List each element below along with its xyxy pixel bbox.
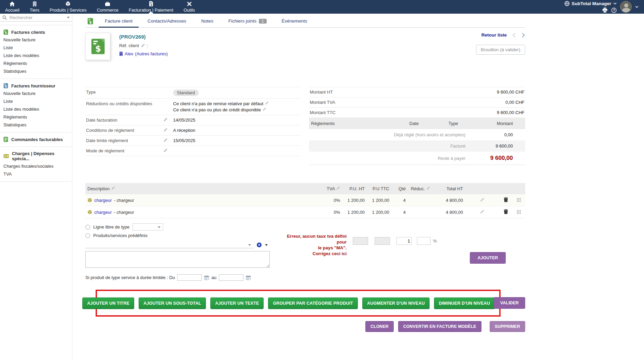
add-product-plus-icon[interactable] <box>256 242 262 248</box>
col-total-ht: Total HT <box>432 183 465 194</box>
help-icon[interactable]: ? <box>611 8 617 13</box>
nav-outils[interactable]: Outils <box>179 0 200 14</box>
billed-label: Facturé <box>309 140 473 152</box>
sidebar-section-factures-clients[interactable]: $ Factures clients <box>0 28 72 36</box>
sidebar-item[interactable]: Règlements <box>0 59 72 67</box>
topnav-right: SubTotal Manager ? <box>564 0 644 14</box>
delete-line-icon[interactable] <box>504 209 508 214</box>
sidebar-section-factures-fournisseur[interactable]: $ Factures fournisseur <box>0 82 72 89</box>
calendar-icon[interactable] <box>246 275 251 280</box>
qty-input[interactable] <box>396 237 412 245</box>
search-input[interactable] <box>9 15 65 20</box>
edit-date-limite-icon[interactable] <box>163 138 168 142</box>
edit-mode-icon[interactable] <box>163 148 168 153</box>
edit-conditions-icon[interactable] <box>163 128 168 132</box>
tva-input[interactable] <box>353 237 368 245</box>
ajouter-titre-button[interactable]: AJOUTER UN TITRE <box>82 297 134 309</box>
print-icon[interactable] <box>602 8 608 13</box>
edit-line-icon[interactable] <box>480 209 485 214</box>
nav-accueil[interactable]: Accueil <box>0 0 25 14</box>
avatar-chevron-down-icon[interactable] <box>635 6 639 8</box>
date-from-input[interactable] <box>177 274 202 281</box>
sidebar-section-charges[interactable]: Charges | Dépenses spécia... <box>0 150 72 162</box>
sidebar-item[interactable]: Liste des modèles <box>0 52 72 59</box>
diminuer-niveau-button[interactable]: DIMINUER D'UN NIVEAU <box>434 297 495 309</box>
cloner-button[interactable]: CLONER <box>365 321 394 332</box>
sidebar-section-commandes-facturables[interactable]: Commandes facturables <box>0 136 72 143</box>
home-icon <box>9 1 15 6</box>
product-cube-icon <box>87 210 92 214</box>
tab-contacts-adresses[interactable]: Contacts/Adresses <box>140 18 194 27</box>
nav-produits-services[interactable]: Produits | Services <box>44 0 92 14</box>
ajouter-sous-total-button[interactable]: AJOUTER UN SOUS-TOTAL <box>139 297 206 309</box>
sidebar-item[interactable]: Statistiques <box>0 121 72 129</box>
sidebar-item[interactable]: Nouvelle facture <box>0 89 72 97</box>
sidebar-item[interactable]: Liste <box>0 44 72 52</box>
tab-evenements[interactable]: Événements <box>274 18 315 27</box>
sidebar-item[interactable]: Statistiques <box>0 67 72 75</box>
sidebar-item[interactable]: Règlements <box>0 113 72 121</box>
edit-line-icon[interactable] <box>480 197 485 202</box>
invoice-thumbnail: $ <box>85 33 110 60</box>
thirdparty-other-invoices-link[interactable]: (Autres factures) <box>135 51 168 56</box>
user-menu[interactable]: SubTotal Manager <box>564 1 617 6</box>
date-to-input[interactable] <box>219 274 243 281</box>
sidebar-item[interactable]: Liste des modèles <box>0 105 72 113</box>
nav-commerce[interactable]: Commerce <box>92 0 124 14</box>
edit-ref-client-icon[interactable] <box>141 43 145 48</box>
radio-produits-predefinis[interactable] <box>85 233 90 238</box>
date-facturation-value: 14/05/2025 <box>172 115 300 125</box>
drag-handle-icon[interactable] <box>517 210 521 214</box>
delete-line-icon[interactable] <box>504 197 508 202</box>
paid-value: 0,00 <box>473 129 525 140</box>
edit-tva-col-icon[interactable] <box>336 186 340 190</box>
thirdparty-link[interactable]: Alex <box>125 51 133 56</box>
svg-text:?: ? <box>613 9 615 12</box>
augmenter-niveau-button[interactable]: AUGMENTER D'UN NIVEAU <box>362 297 430 309</box>
ajouter-texte-button[interactable]: AJOUTER UN TEXTE <box>210 297 264 309</box>
line-type-select[interactable] <box>132 223 163 231</box>
edit-description-col-icon[interactable] <box>111 186 115 190</box>
attachments-count-badge: 1 <box>259 19 266 24</box>
reduction-input[interactable] <box>417 237 431 245</box>
line-description-textarea[interactable] <box>85 251 270 268</box>
search-dropdown-caret-icon[interactable] <box>67 17 70 18</box>
tab-notes[interactable]: Notes <box>194 18 221 27</box>
cube-icon <box>65 1 71 6</box>
invoice-lines-table: Description TVA P.U. HT P.U TTC Qté Rédu… <box>85 183 525 218</box>
radio-ligne-libre[interactable] <box>85 225 90 230</box>
convertir-modele-button[interactable]: CONVERTIR EN FACTURE MODÈLE <box>398 321 481 332</box>
calendar-icon[interactable] <box>204 275 209 280</box>
tab-facture-client[interactable]: Facture client <box>97 18 140 27</box>
product-select-chevron-icon[interactable] <box>265 244 268 246</box>
sidebar-item[interactable]: Liste <box>0 97 72 105</box>
date-limite-value: 15/05/2025 <box>172 136 300 146</box>
order-green-icon <box>3 137 8 142</box>
tab-fichiers-joints[interactable]: Fichiers joints1 <box>221 18 274 27</box>
product-select[interactable] <box>85 241 253 248</box>
add-line-form: Ligne libre de type Produits/services pr… <box>85 221 525 269</box>
prev-arrow-icon[interactable] <box>512 33 516 38</box>
sidebar-item[interactable]: Charges fiscales/sociales <box>0 162 72 170</box>
avatar[interactable] <box>620 1 632 13</box>
nav-tiers[interactable]: Tiers <box>25 0 44 14</box>
fix-tva-link[interactable]: Corrigez ceci ici <box>312 251 347 256</box>
back-to-list-link[interactable]: Retour liste <box>481 32 507 38</box>
edit-date-facturation-icon[interactable] <box>163 117 168 122</box>
price-input[interactable] <box>375 237 390 245</box>
grouper-categorie-button[interactable]: GROUPER PAR CATÉGORIE PRODUIT <box>268 297 358 309</box>
product-link[interactable]: chargeur <box>94 198 112 203</box>
active-menu-caret <box>149 11 153 14</box>
next-arrow-icon[interactable] <box>521 33 525 38</box>
valider-button[interactable]: VALIDER <box>494 297 525 309</box>
edit-reduction-icon[interactable] <box>265 101 269 105</box>
edit-credit-icon[interactable] <box>262 107 266 111</box>
edit-reduc-col-icon[interactable] <box>426 186 430 190</box>
drag-handle-icon[interactable] <box>517 198 521 202</box>
nav-facturation-paiement[interactable]: $ Facturation | Paiement <box>124 0 179 14</box>
product-link[interactable]: chargeur <box>94 210 112 215</box>
supprimer-button[interactable]: SUPPRIMER <box>490 321 525 332</box>
sidebar-item[interactable]: TVA <box>0 170 72 178</box>
sidebar-item[interactable]: Nouvelle facture <box>0 36 72 44</box>
ajouter-button[interactable]: AJOUTER <box>470 252 506 264</box>
